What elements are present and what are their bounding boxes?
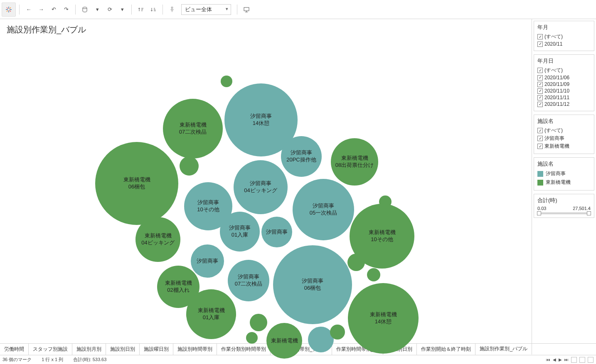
bubble-chart[interactable]: 汐留商事14休憩東新橋電機07二次検品汐留商事20PC操作他東新橋電機08出荷票… [0, 37, 532, 343]
size-slider[interactable] [537, 213, 591, 214]
bubble[interactable]: 汐留商事06梱包 [273, 245, 352, 324]
sheet-tab[interactable]: 施設別月別 [72, 344, 106, 355]
filter-row[interactable]: ✓2020/11/06 [537, 74, 591, 81]
checkbox-icon: ✓ [537, 95, 543, 100]
bubble[interactable]: 東新橋電機07二次検品 [163, 99, 223, 159]
bubble[interactable] [379, 195, 392, 208]
bubble[interactable] [246, 332, 258, 344]
bubble[interactable]: 汐留商事01入庫 [220, 212, 260, 252]
checkbox-icon: ✓ [537, 102, 543, 107]
dropdown-icon[interactable]: ▾ [116, 4, 128, 15]
size-min: 0.03 [537, 206, 546, 211]
filter-ymd: 年月日 ✓(すべて)✓2020/11/06✓2020/11/09✓2020/11… [534, 54, 594, 111]
view-mode-icon[interactable] [579, 357, 585, 363]
fit-select[interactable]: ビュー全体 [181, 4, 231, 15]
legend-row[interactable]: 東新橋電機 [537, 178, 591, 187]
bubble-label-2: 04ピッキング [244, 187, 277, 194]
filter-row[interactable]: ✓2020/11/12 [537, 101, 591, 107]
bubble-label-2: 06梱包 [304, 285, 321, 292]
nav-last-icon[interactable]: ⏭ [564, 357, 569, 362]
bubble[interactable]: 汐留商事04ピッキング [234, 160, 288, 214]
bubble[interactable] [330, 325, 345, 340]
filter-row[interactable]: ✓2020/11/11 [537, 94, 591, 101]
bubble-label-1: 汐留商事 [302, 278, 323, 285]
sort-asc-icon[interactable] [135, 4, 147, 15]
bubble[interactable] [347, 254, 365, 271]
nav-first-icon[interactable]: ⏮ [546, 357, 550, 362]
bubble-label-2: 07二次検品 [179, 129, 207, 136]
size-max: 27,501.4 [573, 206, 591, 211]
sheet-tab[interactable]: 施設別時間帯別 [173, 344, 217, 355]
sheet-tab[interactable]: 作業分類別時間帯別 [217, 344, 271, 355]
bubble[interactable]: 汐留商事 [261, 217, 292, 247]
status-marks: 36 個のマーク [2, 357, 32, 363]
status-rowcol: 1 行 x 1 列 [42, 357, 63, 363]
datasource-icon[interactable] [79, 4, 91, 15]
sheet-tab[interactable]: 施設別日別 [106, 344, 140, 355]
view-mode-icon[interactable] [571, 357, 577, 363]
refresh-icon[interactable]: ⟳ [104, 4, 116, 15]
filter-label: (すべて) [544, 127, 563, 134]
legend-label: 汐留商事 [546, 170, 566, 177]
bubble-label-1: 東新橋電機 [123, 176, 150, 183]
filter-row[interactable]: ✓2020/11 [537, 41, 591, 47]
filter-row[interactable]: ✓2020/11/09 [537, 81, 591, 88]
pause-icon[interactable]: ▾ [91, 4, 103, 15]
redo-icon[interactable]: ↷ [60, 4, 72, 15]
checkbox-icon: ✓ [537, 75, 543, 81]
sheet-tab[interactable]: 作業別開始＆終了時刻 [417, 344, 475, 355]
bubble[interactable]: 東新橋電機14休憩 [348, 283, 419, 354]
bubble-label-1: 東新橋電機 [198, 307, 225, 314]
bubble[interactable] [221, 76, 232, 87]
filter-row[interactable]: ✓汐留商事 [537, 134, 591, 142]
sheet-tab[interactable]: 施設曜日別 [140, 344, 173, 355]
filter-row[interactable]: ✓2020/11/10 [537, 88, 591, 94]
bubble[interactable]: 東新橋電機 [266, 323, 302, 359]
bubble-label-1: 汐留商事 [238, 274, 259, 281]
pin-icon[interactable] [166, 4, 178, 15]
bubble[interactable]: 東新橋電機01入庫 [186, 289, 236, 339]
bubble-label-2: 20PC操作他 [286, 156, 316, 164]
sheet-tab[interactable]: 施設別作業別_バブル [475, 344, 532, 355]
bubble[interactable] [367, 268, 380, 281]
sort-desc-icon[interactable] [148, 4, 159, 15]
filter-title: 年月日 [537, 57, 591, 65]
filter-title: 施設名 [537, 117, 591, 125]
bubble[interactable] [180, 156, 199, 176]
bubble[interactable]: 汐留商事 [191, 244, 224, 278]
bubble-label-1: 東新橋電機 [369, 229, 396, 236]
sheet-tab[interactable]: 労働時間 [0, 344, 29, 355]
undo-icon[interactable]: ↶ [48, 4, 59, 15]
nav-prev-icon[interactable]: ◀ [553, 357, 556, 362]
sheet-tab[interactable]: スタッフ別施設 [29, 344, 72, 355]
checkbox-icon: ✓ [537, 68, 543, 73]
filter-label: 2020/11 [544, 41, 562, 47]
tableau-logo[interactable] [2, 2, 16, 17]
filter-label: 2020/11/06 [544, 75, 569, 81]
bubble[interactable] [250, 314, 267, 331]
legend-row[interactable]: 汐留商事 [537, 169, 591, 178]
nav-next-icon[interactable]: ▶ [559, 357, 562, 362]
bubble[interactable]: 東新橋電機04ピッキング [135, 217, 180, 262]
legend-title: 施設名 [537, 160, 591, 168]
bubble-label-2: 10その他 [371, 236, 393, 243]
filter-row[interactable]: ✓(すべて) [537, 127, 591, 134]
bubble-label-1: 汐留商事 [313, 203, 334, 210]
filter-label: 汐留商事 [544, 135, 564, 142]
view-mode-icon[interactable] [588, 357, 594, 363]
bubble[interactable]: 東新橋電機08出荷票仕分け [331, 138, 378, 186]
bubble[interactable]: 汐留商事07二次検品 [228, 260, 269, 301]
present-icon[interactable] [241, 4, 252, 15]
bubble[interactable]: 東新橋電機06梱包 [95, 142, 178, 225]
viz-title: 施設別作業別_バブル [0, 19, 532, 37]
filter-row[interactable]: ✓(すべて) [537, 33, 591, 41]
bubble-label-1: 汐留商事 [197, 258, 218, 265]
bubble[interactable]: 汐留商事20PC操作他 [281, 136, 322, 177]
checkbox-icon: ✓ [537, 144, 543, 149]
bubble[interactable]: 汐留商事05一次検品 [293, 179, 354, 240]
forward-icon[interactable]: → [35, 4, 47, 15]
size-legend-title: 合計(時) [537, 197, 591, 204]
back-icon[interactable]: ← [23, 4, 34, 15]
filter-row[interactable]: ✓(すべて) [537, 66, 591, 74]
filter-row[interactable]: ✓東新橋電機 [537, 142, 591, 150]
